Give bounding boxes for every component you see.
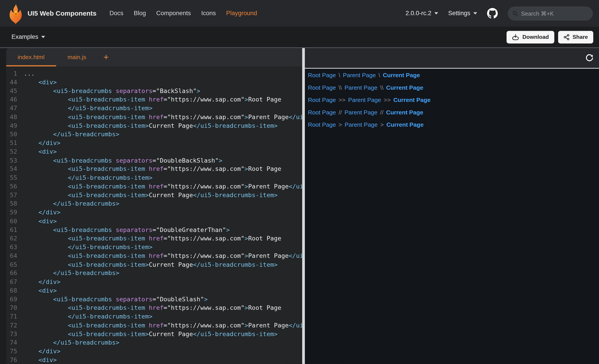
breadcrumb-current: Current Page <box>386 108 423 116</box>
line-number: 70 <box>6 304 24 313</box>
line-content: <ui5-breadcrumbs-item>Current Page</ui5-… <box>24 330 278 339</box>
header-right: 2.0.0-rc.2 Settings <box>405 6 593 20</box>
line-number: 51 <box>6 139 24 148</box>
code-line: 1... <box>6 69 302 78</box>
top-navbar: UI5 Web Components DocsBlogComponentsIco… <box>0 0 599 27</box>
editor-tabbar: index.htmlmain.js + <box>6 48 302 67</box>
line-content: <ui5-breadcrumbs separators="BackSlash"> <box>24 87 200 95</box>
download-button[interactable]: Download <box>507 31 554 43</box>
playground-toolbar: Examples Download Share <box>0 27 599 47</box>
line-number: 61 <box>6 226 24 234</box>
main-nav: DocsBlogComponentsIconsPlayground <box>109 10 257 17</box>
ui5-phoenix-logo-icon[interactable] <box>8 4 24 25</box>
line-content: <ui5-breadcrumbs-item>Current Page</ui5-… <box>24 122 278 130</box>
tab-index.html[interactable]: index.html <box>6 48 56 67</box>
line-content: <ui5-breadcrumbs-item href="https://www.… <box>24 252 302 260</box>
breadcrumb-link[interactable]: Root Page <box>308 108 336 116</box>
playground-split: index.htmlmain.js + 1...44 <div>45 <ui5-… <box>0 47 599 364</box>
breadcrumb-link[interactable]: Root Page <box>308 84 336 92</box>
line-number: 52 <box>6 148 24 156</box>
line-number: 46 <box>6 95 24 104</box>
editor-tabs: index.htmlmain.js <box>6 48 97 67</box>
line-number: 75 <box>6 347 24 356</box>
line-number: 60 <box>6 217 24 226</box>
examples-dropdown[interactable]: Examples <box>11 34 45 41</box>
breadcrumb-link[interactable]: Root Page <box>308 96 336 104</box>
line-content: </div> <box>24 347 61 356</box>
code-editor[interactable]: 1...44 <div>45 <ui5-breadcrumbs separato… <box>6 67 302 364</box>
breadcrumb-separator: \ <box>379 71 380 79</box>
code-line: 62 <ui5-breadcrumbs-item href="https://w… <box>6 234 302 243</box>
line-number: 62 <box>6 234 24 243</box>
breadcrumb-link[interactable]: Root Page <box>308 121 336 129</box>
line-content: <ui5-breadcrumbs separators="DoubleBackS… <box>24 156 222 165</box>
line-number: 56 <box>6 182 24 191</box>
search-box <box>508 6 593 20</box>
split-resizer-handle[interactable] <box>302 48 305 364</box>
tab-main.js[interactable]: main.js <box>56 48 98 67</box>
breadcrumb-link[interactable]: Root Page <box>308 71 336 79</box>
breadcrumb-link[interactable]: Parent Page <box>348 96 381 104</box>
breadcrumb-separator: \\ <box>339 84 342 92</box>
refresh-icon[interactable] <box>585 54 594 62</box>
share-button[interactable]: Share <box>558 31 593 43</box>
line-content: </ui5-breadcrumbs> <box>24 339 119 347</box>
page: UI5 Web Components DocsBlogComponentsIco… <box>0 0 599 364</box>
add-file-button[interactable]: + <box>97 48 114 67</box>
line-content: </ui5-breadcrumbs-item> <box>24 174 152 182</box>
code-line: 56 <ui5-breadcrumbs-item href="https://w… <box>6 182 302 191</box>
line-content: <ui5-breadcrumbs-item href="https://www.… <box>24 165 281 174</box>
breadcrumb-link[interactable]: Parent Page <box>345 108 378 116</box>
examples-label: Examples <box>11 34 38 41</box>
code-line: 72 <ui5-breadcrumbs-item href="https://w… <box>6 321 302 330</box>
line-number: 59 <box>6 208 24 217</box>
nav-item-playground[interactable]: Playground <box>226 10 257 17</box>
brand-title[interactable]: UI5 Web Components <box>27 9 97 17</box>
code-line: 53 <ui5-breadcrumbs separators="DoubleBa… <box>6 156 302 165</box>
line-number: 74 <box>6 339 24 347</box>
line-number: 71 <box>6 313 24 321</box>
code-line: 55 </ui5-breadcrumbs-item> <box>6 174 302 182</box>
line-content: <ui5-breadcrumbs-item href="https://www.… <box>24 182 302 191</box>
nav-item-icons[interactable]: Icons <box>201 10 216 17</box>
breadcrumb-link[interactable]: Parent Page <box>345 121 378 129</box>
code-line: 57 <ui5-breadcrumbs-item>Current Page</u… <box>6 191 302 200</box>
cloud-download-icon <box>512 34 519 40</box>
line-number: 76 <box>6 356 24 364</box>
nav-item-blog[interactable]: Blog <box>134 10 146 17</box>
nav-item-components[interactable]: Components <box>156 10 191 17</box>
line-number: 57 <box>6 191 24 200</box>
settings-dropdown[interactable]: Settings <box>448 10 477 17</box>
search-input[interactable] <box>521 10 588 17</box>
chevron-down-icon <box>41 36 45 38</box>
github-icon[interactable] <box>487 8 498 19</box>
line-number: 67 <box>6 278 24 286</box>
preview-panel: Root Page\Parent Page\Current PageRoot P… <box>305 48 599 364</box>
code-line: 69 <ui5-breadcrumbs separators="DoubleSl… <box>6 295 302 304</box>
line-number: 50 <box>6 130 24 139</box>
line-content: <ui5-breadcrumbs-item href="https://www.… <box>24 234 281 243</box>
version-dropdown[interactable]: 2.0.0-rc.2 <box>405 10 438 17</box>
code-line: 66 </ui5-breadcrumbs> <box>6 269 302 278</box>
line-number: 44 <box>6 78 24 87</box>
breadcrumb-separator: >> <box>339 96 345 104</box>
code-line: 46 <ui5-breadcrumbs-item href="https://w… <box>6 95 302 104</box>
chevron-down-icon <box>434 12 438 15</box>
nav-item-docs[interactable]: Docs <box>109 10 123 17</box>
search-icon <box>512 10 518 17</box>
preview-header <box>305 48 599 69</box>
line-number: 45 <box>6 87 24 95</box>
breadcrumb-link[interactable]: Parent Page <box>343 71 376 79</box>
code-line: 63 </ui5-breadcrumbs-item> <box>6 243 302 252</box>
line-content: </div> <box>24 278 61 286</box>
code-line: 54 <ui5-breadcrumbs-item href="https://w… <box>6 165 302 174</box>
line-number: 66 <box>6 269 24 278</box>
line-number: 55 <box>6 174 24 182</box>
code-line: 52 <div> <box>6 148 302 156</box>
code-editor-panel: index.htmlmain.js + 1...44 <div>45 <ui5-… <box>6 48 302 364</box>
code-line: 67 </div> <box>6 278 302 286</box>
breadcrumb-link[interactable]: Parent Page <box>345 84 378 92</box>
breadcrumbs-row: Root Page//Parent Page//Current Page <box>308 108 599 116</box>
line-content: <ui5-breadcrumbs separators="DoubleGreat… <box>24 226 230 234</box>
line-content: </ui5-breadcrumbs> <box>24 269 119 278</box>
